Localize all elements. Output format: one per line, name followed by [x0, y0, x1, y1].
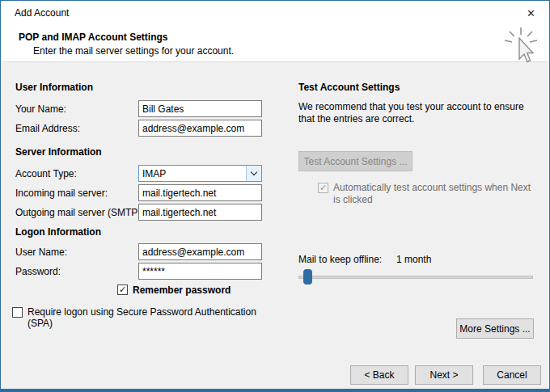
email-address-label: Email Address:	[15, 123, 80, 134]
user-name-input[interactable]	[138, 243, 262, 260]
test-account-settings-button: Test Account Settings ...	[298, 151, 412, 171]
outgoing-server-input[interactable]	[138, 204, 262, 221]
account-type-dropdown[interactable]: IMAP	[138, 165, 262, 182]
section-test-account-settings: Test Account Settings	[298, 82, 400, 93]
next-button[interactable]: Next >	[415, 365, 473, 385]
more-settings-button[interactable]: More Settings ...	[456, 318, 534, 339]
add-account-dialog: Add Account ✕ POP and IMAP Account Setti…	[0, 0, 550, 392]
wizard-header: POP and IMAP Account Settings Enter the …	[1, 25, 549, 62]
mouse-cursor-icon	[502, 26, 539, 66]
section-user-information: User Information	[15, 82, 93, 93]
wizard-title: POP and IMAP Account Settings	[19, 32, 167, 43]
auto-test-label: Automatically test account settings when…	[333, 182, 539, 206]
email-address-input[interactable]	[138, 120, 262, 137]
incoming-server-label: Incoming mail server:	[15, 188, 108, 199]
cancel-button[interactable]: Cancel	[483, 365, 541, 385]
window-title: Add Account	[15, 7, 69, 19]
wizard-subtitle: Enter the mail server settings for your …	[33, 45, 234, 57]
dropdown-button[interactable]	[246, 166, 261, 181]
section-logon-information: Logon Information	[15, 226, 101, 238]
offline-slider-thumb[interactable]	[303, 269, 312, 285]
mail-keep-offline-value: 1 month	[396, 254, 431, 265]
mail-keep-offline-label: Mail to keep offline:	[298, 254, 382, 265]
outgoing-server-label: Outgoing mail server (SMTP):	[15, 207, 144, 218]
chevron-down-icon	[251, 169, 257, 175]
account-type-value: IMAP	[139, 168, 246, 179]
spa-checkbox[interactable]	[12, 307, 23, 318]
title-bar: Add Account ✕	[1, 1, 549, 25]
offline-slider-track[interactable]	[298, 276, 533, 279]
test-description: We recommend that you test your account …	[298, 101, 541, 125]
user-name-label: User Name:	[15, 247, 67, 258]
close-button[interactable]: ✕	[513, 1, 549, 25]
auto-test-checkbox: ✓	[318, 183, 328, 193]
your-name-label: Your Name:	[15, 103, 66, 115]
password-label: Password:	[15, 266, 61, 277]
your-name-input[interactable]	[138, 100, 262, 117]
check-icon: ✓	[319, 183, 327, 192]
remember-password-label: Remember password	[133, 285, 231, 296]
close-icon: ✕	[527, 7, 535, 19]
check-icon: ✓	[119, 285, 126, 294]
back-button[interactable]: < Back	[350, 365, 408, 385]
password-input[interactable]	[138, 263, 262, 280]
incoming-server-input[interactable]	[138, 184, 262, 201]
section-server-information: Server Information	[15, 146, 102, 158]
remember-password-checkbox[interactable]: ✓	[117, 285, 128, 295]
account-type-label: Account Type:	[15, 168, 77, 179]
spa-label: Require logon using Secure Password Auth…	[28, 306, 270, 329]
